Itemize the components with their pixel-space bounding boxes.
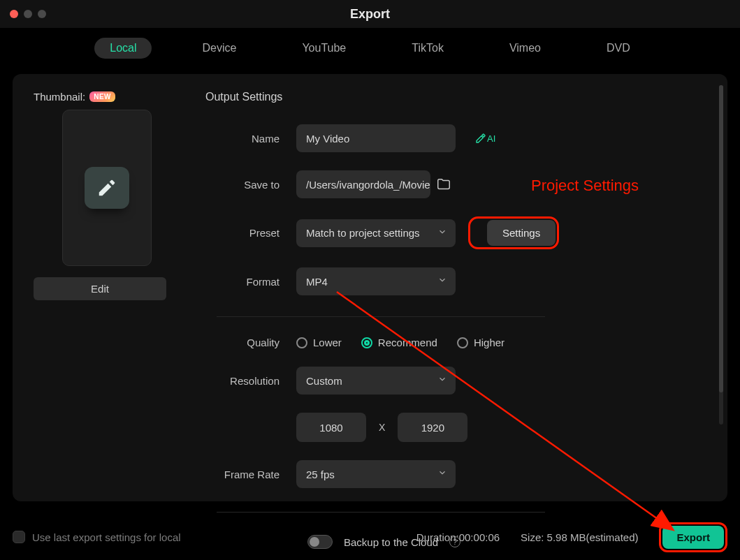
export-tabs: Local Device YouTube TikTok Vimeo DVD — [0, 28, 740, 74]
pencil-icon — [475, 133, 486, 144]
preset-label: Preset — [205, 227, 296, 239]
quality-recommend[interactable]: Recommend — [361, 337, 437, 348]
titlebar: Export — [0, 0, 740, 28]
edit-icon — [85, 167, 129, 209]
name-input[interactable]: My Video — [296, 124, 456, 152]
framerate-label: Frame Rate — [205, 469, 296, 480]
scrollbar-thumb[interactable] — [719, 85, 723, 392]
radio-icon — [361, 337, 372, 348]
section-title: Output Settings — [205, 91, 706, 103]
resolution-x: X — [379, 422, 385, 433]
export-panel: Thumbnail: NEW Edit Output Settings Name… — [13, 74, 727, 501]
format-select[interactable]: MP4 — [296, 267, 456, 295]
quality-label: Quality — [205, 337, 296, 348]
divider — [217, 316, 545, 317]
folder-icon — [436, 177, 451, 192]
output-settings: Output Settings Name My Video AI Save to… — [180, 91, 706, 485]
export-button[interactable]: Export — [662, 526, 724, 549]
settings-button[interactable]: Settings — [487, 220, 556, 246]
quality-higher[interactable]: Higher — [457, 337, 505, 348]
scrollbar[interactable] — [719, 85, 723, 425]
browse-folder-button[interactable] — [436, 177, 451, 192]
ai-label: AI — [487, 133, 495, 144]
annotation-label: Project Settings — [531, 177, 639, 195]
tab-dvd[interactable]: DVD — [591, 38, 646, 59]
thumbnail-preview[interactable] — [62, 110, 152, 266]
new-badge: NEW — [89, 91, 115, 102]
resolution-width-input[interactable]: 1080 — [296, 413, 366, 442]
quality-lower[interactable]: Lower — [296, 337, 342, 348]
tab-vimeo[interactable]: Vimeo — [494, 38, 556, 59]
tab-youtube[interactable]: YouTube — [286, 38, 361, 59]
ai-name-button[interactable]: AI — [475, 133, 495, 144]
preset-select[interactable]: Match to project settings — [296, 219, 456, 247]
name-label: Name — [205, 133, 296, 145]
saveto-input[interactable]: /Users/ivangordola_/Movie — [296, 170, 430, 198]
tab-local[interactable]: Local — [94, 38, 152, 59]
duration-info: Duration:00:00:06 — [416, 531, 500, 543]
tab-tiktok[interactable]: TikTok — [396, 38, 459, 59]
edit-thumbnail-button[interactable]: Edit — [34, 277, 166, 300]
format-label: Format — [205, 276, 296, 288]
radio-icon — [457, 337, 468, 348]
framerate-select[interactable]: 25 fps — [296, 460, 456, 488]
footer: Use last export settings for local Durat… — [0, 514, 740, 560]
divider — [217, 512, 545, 513]
tab-device[interactable]: Device — [187, 38, 252, 59]
resolution-label: Resolution — [205, 375, 296, 387]
size-info: Size: 5.98 MB(estimated) — [521, 531, 638, 543]
annotation-highlight-export: Export — [659, 522, 727, 552]
window-title: Export — [0, 7, 740, 22]
thumbnail-label: Thumbnail: — [34, 91, 85, 103]
use-last-settings-label: Use last export settings for local — [32, 531, 181, 543]
resolution-height-input[interactable]: 1920 — [398, 413, 467, 442]
saveto-label: Save to — [205, 179, 296, 191]
resolution-select[interactable]: Custom — [296, 367, 456, 395]
thumbnail-section: Thumbnail: NEW Edit — [34, 91, 180, 485]
radio-icon — [296, 337, 307, 348]
annotation-highlight-settings: Settings — [468, 216, 559, 249]
use-last-settings-checkbox[interactable] — [13, 531, 25, 543]
